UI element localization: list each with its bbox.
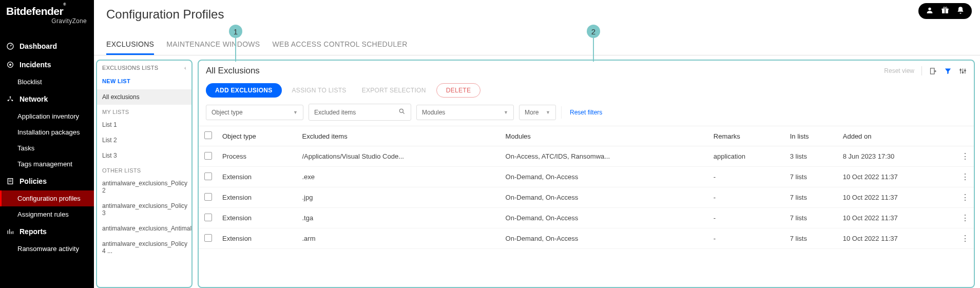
caret-down-icon: ▼	[293, 110, 298, 115]
row-checkbox[interactable]	[204, 152, 212, 160]
policies-icon	[6, 177, 14, 185]
list-item[interactable]: List 2	[97, 132, 191, 148]
tab-maintenance-windows[interactable]: MAINTENANCE WINDOWS	[166, 40, 260, 55]
new-list-button[interactable]: NEW LIST	[97, 75, 191, 89]
row-menu-icon[interactable]: ⋮	[961, 172, 969, 181]
exclusions-table: Object typeExcluded itemsModulesRemarksI…	[199, 126, 974, 249]
cell-in-lists: 7 lists	[785, 167, 838, 187]
tab-web-access-control-scheduler[interactable]: WEB ACCESS CONTROL SCHEDULER	[273, 40, 408, 55]
cell-added-on: 10 Oct 2022 11:37	[838, 167, 956, 187]
callout-1: 1	[229, 25, 242, 38]
delete-button[interactable]: DELETE	[436, 83, 481, 98]
filter-object-type[interactable]: Object type ▼	[206, 105, 303, 120]
caret-down-icon: ▼	[504, 110, 508, 115]
sidebar-sub-assignment-rules[interactable]: Assignment rules	[0, 206, 94, 222]
row-menu-icon[interactable]: ⋮	[961, 234, 969, 243]
table-row[interactable]: Extension.armOn-Demand, On-Access-7 list…	[199, 228, 974, 249]
svg-point-3	[10, 97, 11, 98]
cell-added-on: 8 Jun 2023 17:30	[838, 146, 956, 167]
add-exclusions-button[interactable]: ADD EXCLUSIONS	[206, 83, 282, 98]
svg-rect-10	[945, 9, 945, 13]
callout-line-1	[235, 38, 236, 62]
select-all-checkbox[interactable]	[204, 131, 212, 139]
cell-in-lists: 7 lists	[785, 228, 838, 249]
cell-object-type: Extension	[217, 208, 297, 228]
row-menu-icon[interactable]: ⋮	[961, 193, 969, 202]
section-my-lists: MY LISTS	[97, 105, 191, 117]
filter-excluded-items[interactable]: Excluded items	[309, 104, 411, 121]
cell-in-lists: 7 lists	[785, 187, 838, 208]
sidebar-sub-application-inventory[interactable]: Application inventory	[0, 108, 94, 124]
tab-exclusions[interactable]: EXCLUSIONS	[106, 40, 154, 55]
row-checkbox[interactable]	[204, 214, 212, 221]
divider	[921, 66, 922, 75]
sidebar-sub-installation-packages[interactable]: Installation packages	[0, 124, 94, 140]
add-column-icon[interactable]	[929, 67, 937, 75]
svg-rect-6	[8, 179, 12, 184]
collapse-icon[interactable]: ‹	[184, 65, 186, 71]
column-header[interactable]: Excluded items	[297, 126, 500, 146]
assign-to-lists-button: ASSIGN TO LISTS	[287, 83, 352, 98]
list-item[interactable]: List 3	[97, 148, 191, 163]
dashboard-icon	[6, 42, 14, 50]
sidebar-item-label: Reports	[20, 227, 47, 236]
brand-name: Bitdefender	[6, 5, 63, 17]
sidebar-sub-ransomware-activity[interactable]: Ransomware activity	[0, 241, 94, 257]
cell-modules: On-Demand, On-Access	[501, 187, 708, 208]
row-checkbox[interactable]	[204, 234, 212, 242]
network-icon	[6, 95, 14, 103]
cell-excluded-items: /Applications/Visual Studio Code...	[297, 146, 500, 167]
table-row[interactable]: Process/Applications/Visual Studio Code.…	[199, 146, 974, 167]
sidebar-item-label: Dashboard	[20, 42, 57, 50]
cell-in-lists: 7 lists	[785, 208, 838, 228]
table-panel: All Exclusions Reset view ADD EXCLUSIONS…	[198, 60, 975, 288]
list-item[interactable]: List 1	[97, 117, 191, 132]
list-item[interactable]: antimalware_exclusions_Policy 4 ...	[97, 236, 191, 259]
reset-view-button[interactable]: Reset view	[884, 67, 914, 74]
table-row[interactable]: Extension.tgaOn-Demand, On-Access-7 list…	[199, 208, 974, 228]
table-row[interactable]: Extension.exeOn-Demand, On-Access-7 list…	[199, 167, 974, 187]
export-selection-button: EXPORT SELECTION	[357, 83, 431, 98]
list-item[interactable]: antimalware_exclusions_Policy 2	[97, 176, 191, 198]
sidebar-item-label: Incidents	[20, 61, 51, 69]
bell-icon[interactable]	[956, 6, 965, 16]
cell-remarks: -	[708, 167, 785, 187]
sidebar-sub-configuration-profiles[interactable]: Configuration profiles	[0, 190, 94, 206]
sidebar-item-dashboard[interactable]: Dashboard	[0, 37, 94, 55]
sidebar-sub-tasks[interactable]: Tasks	[0, 140, 94, 156]
sidebar-item-policies[interactable]: Policies	[0, 172, 94, 190]
list-item[interactable]: antimalware_exclusions_Antimal...	[97, 221, 191, 236]
svg-point-15	[962, 71, 964, 73]
callout-line-2	[593, 38, 594, 62]
settings-icon[interactable]	[959, 67, 967, 75]
filter-icon[interactable]	[944, 67, 952, 75]
row-checkbox[interactable]	[204, 193, 212, 201]
column-header[interactable]: In lists	[785, 126, 838, 146]
cell-modules: On-Demand, On-Access	[501, 167, 708, 187]
filter-modules[interactable]: Modules ▼	[416, 105, 514, 120]
column-header[interactable]: Remarks	[708, 126, 785, 146]
exclusions-panel: EXCLUSIONS LISTS ‹ NEW LIST All exclusio…	[96, 60, 193, 288]
row-menu-icon[interactable]: ⋮	[961, 152, 969, 161]
top-actions	[918, 3, 972, 19]
sidebar: Bitdefender® GravityZone DashboardIncide…	[0, 0, 94, 288]
column-header[interactable]: Object type	[217, 126, 297, 146]
list-item[interactable]: antimalware_exclusions_Policy 3	[97, 198, 191, 221]
cell-remarks: -	[708, 228, 785, 249]
column-header[interactable]: Added on	[838, 126, 956, 146]
filter-more[interactable]: More ▼	[519, 105, 556, 120]
sidebar-item-network[interactable]: Network	[0, 90, 94, 108]
sidebar-sub-blocklist[interactable]: Blocklist	[0, 74, 94, 90]
table-row[interactable]: Extension.jpgOn-Demand, On-Access-7 list…	[199, 187, 974, 208]
gift-icon[interactable]	[941, 6, 949, 16]
column-header[interactable]: Modules	[501, 126, 708, 146]
exclusions-all[interactable]: All exclusions	[97, 89, 191, 105]
row-checkbox[interactable]	[204, 172, 212, 180]
sidebar-item-incidents[interactable]: Incidents	[0, 55, 94, 74]
user-icon[interactable]	[926, 6, 934, 16]
sidebar-item-reports[interactable]: Reports	[0, 222, 94, 241]
sidebar-sub-tags-management[interactable]: Tags management	[0, 156, 94, 172]
row-menu-icon[interactable]: ⋮	[961, 214, 969, 222]
cell-object-type: Extension	[217, 187, 297, 208]
reset-filters-button[interactable]: Reset filters	[570, 109, 602, 116]
